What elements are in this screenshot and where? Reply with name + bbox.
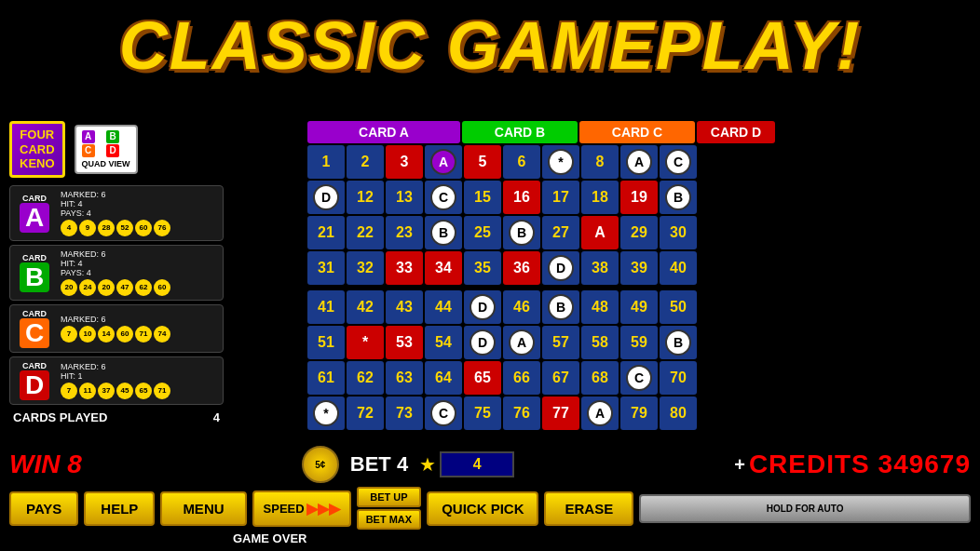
keno-cell-C[interactable]: C [660, 145, 697, 179]
quad-c: C [82, 144, 95, 157]
keno-cell-54[interactable]: 54 [425, 326, 462, 359]
keno-cell-A[interactable]: A [620, 145, 658, 179]
keno-cell-80[interactable]: 80 [660, 396, 697, 430]
keno-cell-67[interactable]: 67 [542, 361, 579, 395]
speed-arrows: ▶▶▶ [306, 500, 340, 517]
help-button[interactable]: HELP [84, 491, 155, 526]
keno-cell-53[interactable]: 53 [386, 326, 423, 359]
keno-cell-46[interactable]: 46 [503, 290, 540, 324]
keno-cell-64[interactable]: 64 [425, 361, 462, 395]
keno-cell-43[interactable]: 43 [386, 290, 423, 324]
keno-cell-68[interactable]: 68 [581, 361, 619, 395]
card-b-label: CARD [22, 253, 47, 262]
keno-cell-50[interactable]: 50 [660, 290, 697, 324]
keno-cell-5[interactable]: 5 [464, 145, 501, 179]
keno-cell-66[interactable]: 66 [503, 361, 540, 395]
keno-cell-62[interactable]: 62 [347, 361, 384, 395]
card-a-num1: 4 [61, 220, 77, 236]
card-a-header: CARD A [307, 121, 460, 143]
keno-cell-51[interactable]: 51 [307, 326, 345, 359]
pays-button[interactable]: PAYS [9, 491, 78, 526]
keno-cell-21[interactable]: 21 [307, 216, 345, 249]
quick-pick-button[interactable]: QUICK PICK [427, 491, 538, 526]
keno-cell-49[interactable]: 49 [620, 290, 658, 324]
keno-cell-A[interactable]: A [581, 396, 619, 430]
keno-cell-41[interactable]: 41 [307, 290, 345, 324]
speed-button[interactable]: SPEED ▶▶▶ [252, 491, 351, 527]
keno-cell-32[interactable]: 32 [347, 251, 384, 285]
keno-cell-76[interactable]: 76 [503, 396, 540, 430]
keno-cell-19[interactable]: 19 [620, 181, 658, 214]
keno-cell-72[interactable]: 72 [347, 396, 384, 430]
keno-cell-79[interactable]: 79 [620, 396, 658, 430]
keno-cell-34[interactable]: 34 [425, 251, 462, 285]
keno-cell-16[interactable]: 16 [503, 181, 540, 214]
menu-button[interactable]: MENU [160, 491, 246, 526]
card-d-num2: 11 [79, 383, 96, 399]
keno-cell-57[interactable]: 57 [542, 326, 579, 359]
keno-cell-22[interactable]: 22 [347, 216, 384, 249]
keno-cell-*[interactable]: * [542, 145, 579, 179]
keno-cell-73[interactable]: 73 [386, 396, 423, 430]
keno-cell-D[interactable]: D [464, 326, 501, 359]
keno-cell-B[interactable]: B [660, 326, 697, 359]
keno-cell-48[interactable]: 48 [581, 290, 619, 324]
keno-cell-70[interactable]: 70 [660, 361, 697, 395]
keno-cell-1[interactable]: 1 [307, 145, 345, 179]
keno-cell-58[interactable]: 58 [581, 326, 619, 359]
keno-cell-B[interactable]: B [660, 181, 697, 214]
keno-cell-*[interactable]: * [347, 326, 384, 359]
keno-cell-17[interactable]: 17 [542, 181, 579, 214]
keno-cell-36[interactable]: 36 [503, 251, 540, 285]
keno-cell-33[interactable]: 33 [386, 251, 423, 285]
keno-cell-39[interactable]: 39 [620, 251, 658, 285]
keno-cell-A[interactable]: A [503, 326, 540, 359]
keno-cell-59[interactable]: 59 [620, 326, 658, 359]
keno-cell-29[interactable]: 29 [620, 216, 658, 249]
keno-cell-27[interactable]: 27 [542, 216, 579, 249]
hold-for-auto-button[interactable]: HOLD FOR AUTO [639, 494, 971, 523]
keno-cell-35[interactable]: 35 [464, 251, 501, 285]
bet-up-button[interactable]: BET UP [357, 487, 422, 507]
keno-cell-D[interactable]: D [307, 181, 345, 214]
keno-cell-40[interactable]: 40 [660, 251, 697, 285]
cards-played-value: 4 [213, 410, 220, 424]
keno-cell-61[interactable]: 61 [307, 361, 345, 395]
keno-cell-B[interactable]: B [542, 290, 579, 324]
keno-cell-23[interactable]: 23 [386, 216, 423, 249]
keno-cell-B[interactable]: B [503, 216, 540, 249]
keno-cell-6[interactable]: 6 [503, 145, 540, 179]
keno-cell-B[interactable]: B [425, 216, 462, 249]
keno-cell-D[interactable]: D [542, 251, 579, 285]
keno-cell-25[interactable]: 25 [464, 216, 501, 249]
bet-max-button[interactable]: BET MAX [357, 509, 422, 530]
keno-cell-12[interactable]: 12 [347, 181, 384, 214]
keno-cell-18[interactable]: 18 [581, 181, 619, 214]
keno-cell-3[interactable]: 3 [386, 145, 423, 179]
keno-cell-42[interactable]: 42 [347, 290, 384, 324]
keno-cell-A[interactable]: A [425, 145, 462, 179]
keno-cell-44[interactable]: 44 [425, 290, 462, 324]
card-a-header-group: CARD A [307, 121, 460, 143]
keno-cell-65[interactable]: 65 [464, 361, 501, 395]
keno-cell-15[interactable]: 15 [464, 181, 501, 214]
keno-cell-77[interactable]: 77 [542, 396, 579, 430]
card-c-num4: 60 [116, 326, 133, 343]
card-b-letter: B [20, 262, 49, 292]
keno-cell-8[interactable]: 8 [581, 145, 619, 179]
keno-cell-C[interactable]: C [425, 396, 462, 430]
keno-cell-*[interactable]: * [307, 396, 345, 430]
keno-cell-13[interactable]: 13 [386, 181, 423, 214]
keno-cell-63[interactable]: 63 [386, 361, 423, 395]
card-b-info: CARD B MARKED: 6 HIT: 4 PAYS: 4 20 24 20… [9, 245, 224, 301]
keno-cell-38[interactable]: 38 [581, 251, 619, 285]
keno-cell-75[interactable]: 75 [464, 396, 501, 430]
keno-cell-C[interactable]: C [620, 361, 658, 395]
keno-cell-30[interactable]: 30 [660, 216, 697, 249]
erase-button[interactable]: ERASE [544, 491, 633, 526]
keno-cell-31[interactable]: 31 [307, 251, 345, 285]
keno-cell-C[interactable]: C [425, 181, 462, 214]
keno-cell-2[interactable]: 2 [347, 145, 384, 179]
keno-cell-A[interactable]: A [581, 216, 619, 249]
keno-cell-D[interactable]: D [464, 290, 501, 324]
